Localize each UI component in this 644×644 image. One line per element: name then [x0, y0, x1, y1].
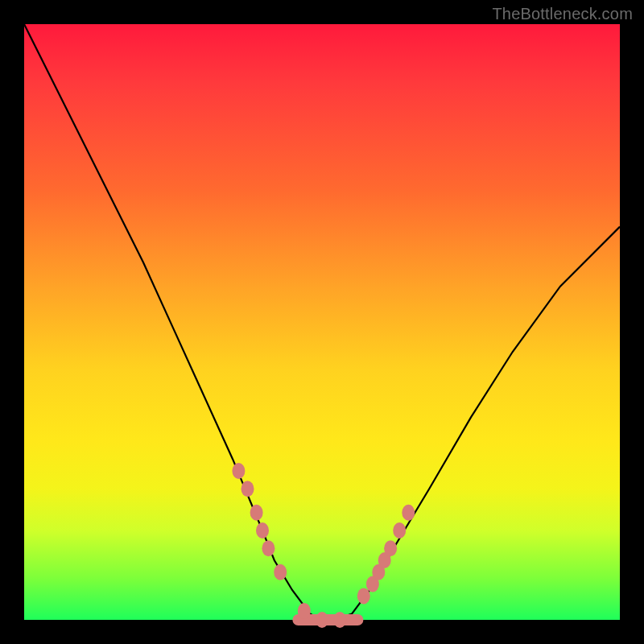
watermark-text: TheBottleneck.com	[492, 5, 633, 23]
highlight-dot	[316, 612, 328, 628]
highlight-dot	[384, 540, 397, 556]
highlight-dot	[274, 564, 287, 580]
highlight-dot	[357, 588, 370, 604]
highlight-dot	[298, 603, 311, 619]
highlight-dot	[232, 463, 245, 479]
highlight-dot	[256, 522, 269, 539]
highlight-dots	[232, 463, 415, 628]
plot-area	[24, 24, 620, 620]
highlight-dot	[262, 540, 275, 556]
chart-frame: TheBottleneck.com	[0, 0, 644, 644]
highlight-dot	[250, 505, 263, 521]
curve-svg	[24, 24, 620, 620]
highlight-dot	[393, 522, 406, 539]
highlight-dot	[333, 612, 346, 628]
bottleneck-curve	[24, 24, 620, 620]
highlight-dot	[402, 505, 415, 521]
highlight-dot	[242, 481, 254, 497]
